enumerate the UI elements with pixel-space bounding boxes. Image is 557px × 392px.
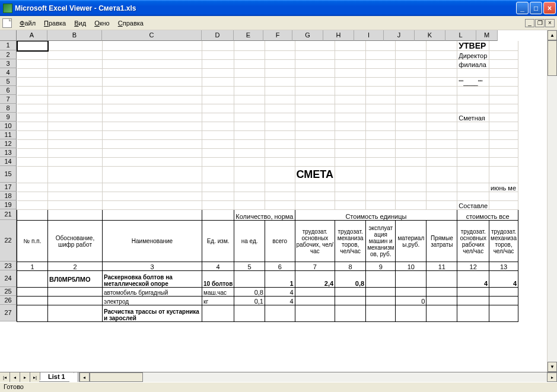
cell[interactable] <box>457 288 489 297</box>
scroll-up-button[interactable]: ▲ <box>548 30 557 40</box>
cell[interactable]: 12 <box>457 262 489 271</box>
cell[interactable]: всего <box>265 221 295 262</box>
cell[interactable]: 2,4 <box>295 271 335 288</box>
cell[interactable] <box>234 113 265 122</box>
cell[interactable] <box>457 167 489 183</box>
cell[interactable] <box>335 305 366 322</box>
cell[interactable] <box>426 192 457 201</box>
cell[interactable] <box>48 104 103 113</box>
document-icon[interactable] <box>2 18 12 28</box>
cell[interactable] <box>366 305 396 322</box>
cell[interactable] <box>426 271 457 288</box>
vertical-scrollbar[interactable]: ▲ ▼ <box>547 30 557 372</box>
row-header[interactable]: 9 <box>0 113 17 122</box>
cell[interactable] <box>396 192 426 201</box>
cell[interactable] <box>396 41 426 51</box>
cell[interactable] <box>103 183 202 192</box>
cell[interactable] <box>366 297 396 305</box>
cell[interactable] <box>265 122 295 131</box>
cell[interactable] <box>202 192 234 201</box>
row-header[interactable]: 27 <box>0 305 17 321</box>
cell[interactable] <box>426 113 457 122</box>
cell[interactable] <box>265 167 295 183</box>
cell[interactable]: 5 <box>234 262 265 271</box>
cell[interactable] <box>17 87 48 95</box>
cell[interactable] <box>489 104 518 113</box>
cell[interactable] <box>426 140 457 149</box>
menu-edit[interactable]: Правка <box>40 18 70 28</box>
cell[interactable]: электрод <box>103 297 202 305</box>
cell[interactable] <box>396 87 426 95</box>
cell[interactable] <box>17 104 48 113</box>
cell[interactable] <box>48 122 103 131</box>
row-header[interactable]: 5 <box>0 77 17 86</box>
cell[interactable] <box>202 69 234 78</box>
cell[interactable] <box>48 288 103 297</box>
v-scroll-track[interactable] <box>548 40 557 362</box>
row-header[interactable]: 26 <box>0 296 17 305</box>
cell[interactable]: 4 <box>265 297 295 305</box>
cell[interactable] <box>202 41 234 51</box>
row-header[interactable]: 21 <box>0 209 17 220</box>
cell[interactable] <box>265 51 295 60</box>
cell[interactable]: эксплуат ация машин и механизм ов, руб. <box>366 221 396 262</box>
cell[interactable] <box>426 183 457 192</box>
cell[interactable] <box>17 41 48 51</box>
cell[interactable]: Директор <box>457 51 489 60</box>
cell[interactable] <box>103 201 202 210</box>
cell[interactable] <box>335 113 366 122</box>
cell[interactable] <box>103 140 202 149</box>
cell[interactable] <box>366 87 396 95</box>
cell[interactable] <box>489 131 518 140</box>
cell[interactable]: 11 <box>426 262 457 271</box>
cell[interactable] <box>457 192 489 201</box>
cell[interactable]: 6 <box>265 262 295 271</box>
cell[interactable] <box>48 113 103 122</box>
cell[interactable] <box>366 41 396 51</box>
cell[interactable] <box>48 183 103 192</box>
cell[interactable] <box>103 158 202 167</box>
cell[interactable] <box>366 288 396 297</box>
row-header[interactable]: 22 <box>0 220 17 262</box>
cell[interactable]: Прямые затраты <box>426 221 457 262</box>
cell[interactable]: 4 <box>202 262 234 271</box>
cell[interactable] <box>489 87 518 95</box>
cell[interactable] <box>234 131 265 140</box>
cell[interactable]: Расчистка трассы от кустарника и заросле… <box>103 305 202 322</box>
cell[interactable] <box>202 158 234 167</box>
cell[interactable] <box>265 41 295 51</box>
cell[interactable] <box>396 122 426 131</box>
mdi-close-button[interactable]: × <box>545 19 555 27</box>
cell[interactable] <box>48 297 103 305</box>
cell[interactable] <box>17 201 48 210</box>
cell[interactable] <box>426 60 457 69</box>
row-header[interactable]: 12 <box>0 139 17 148</box>
cell[interactable] <box>103 87 202 95</box>
tab-last-button[interactable]: ▸| <box>30 372 40 382</box>
cell[interactable] <box>426 95 457 104</box>
cell[interactable] <box>48 131 103 140</box>
cell[interactable] <box>234 305 265 322</box>
cell[interactable]: Количество, норма <box>234 210 295 221</box>
cell[interactable] <box>396 167 426 183</box>
cell[interactable] <box>295 183 335 192</box>
cell[interactable] <box>335 41 366 51</box>
cell[interactable] <box>202 140 234 149</box>
cell[interactable] <box>234 87 265 95</box>
cell[interactable] <box>48 51 103 60</box>
cell[interactable] <box>17 183 48 192</box>
cell[interactable] <box>457 140 489 149</box>
cell[interactable] <box>457 183 489 192</box>
cell[interactable] <box>295 104 335 113</box>
column-header[interactable]: I <box>354 30 384 41</box>
horizontal-scrollbar[interactable]: ◂ ▸ <box>78 372 557 382</box>
cell[interactable] <box>489 140 518 149</box>
cell[interactable] <box>426 41 457 51</box>
cell[interactable] <box>366 167 396 183</box>
cell[interactable] <box>202 131 234 140</box>
cell[interactable] <box>234 271 265 288</box>
cell[interactable] <box>335 131 366 140</box>
cell[interactable] <box>202 113 234 122</box>
menu-window[interactable]: Окно <box>90 18 114 28</box>
cell[interactable]: трудозат. основных рабочих чел/час <box>457 221 489 262</box>
